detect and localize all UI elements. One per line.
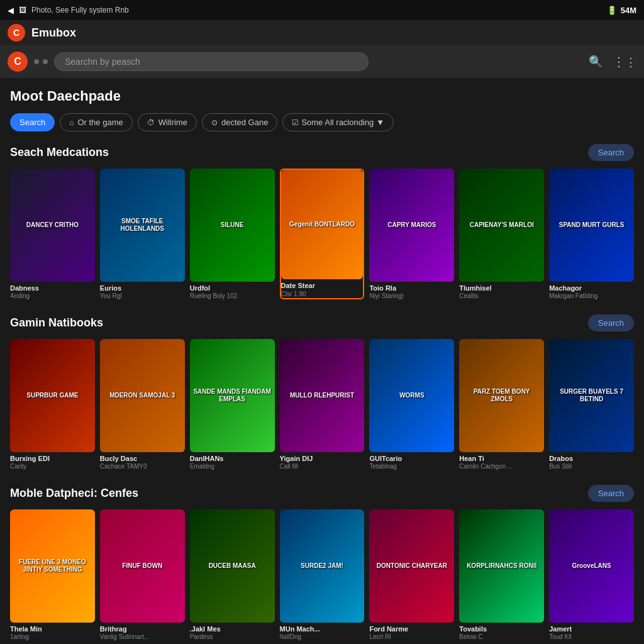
filter-tab-search[interactable]: Search xyxy=(10,113,55,131)
game-title-g21: Jamert xyxy=(549,625,634,633)
section-search-btn-3[interactable]: Search xyxy=(588,485,634,502)
game-title-g17: .Jakl Mes xyxy=(190,625,275,633)
game-title-g11: Yigain DIJ xyxy=(280,455,365,463)
game-art-text-g10: SANDE MANDS FIANDAM EMPLAS xyxy=(190,386,275,406)
section-title-1: Seach Medcations xyxy=(10,146,109,159)
game-subtitle-g3: Rueling Boly 102 xyxy=(190,292,275,299)
game-card-g12[interactable]: WORMSGUlTcarioTetablnag xyxy=(369,339,454,470)
game-title-g8: Burxing EDI xyxy=(10,455,95,463)
game-art-text-g8: SUPRBUR GAME xyxy=(24,389,80,402)
tab-icon: 🖼 xyxy=(19,6,26,14)
game-card-g9[interactable]: MDERON SAMOJAL 3Bucly DascCachace TAMY0 xyxy=(100,339,185,470)
game-art-text-g13: PARZ TOEM BONY ZMOLS xyxy=(459,386,544,406)
game-title-g10: DanIHANs xyxy=(190,455,275,463)
game-card-g14[interactable]: SURGER BUAYELS 7 BETINDDrabosBus Still xyxy=(549,339,634,470)
game-title-g14: Drabos xyxy=(549,455,634,463)
game-card-g6[interactable]: CAPIENAY'S MARLOITlumhiselCealtis xyxy=(459,169,544,299)
game-subtitle-g20: Below C xyxy=(459,633,544,640)
game-subtitle-g10: Emaldng xyxy=(190,463,275,470)
game-card-g5[interactable]: CAPRY MARIOSToio RlaNiyi Staring) xyxy=(369,169,454,299)
filter-tab-game[interactable]: ⌂ Or the game xyxy=(60,113,133,131)
game-title-g20: Tovabils xyxy=(459,625,544,633)
game-card-g4[interactable]: Gegenit BONTLARDODate StearClsr 1.90 xyxy=(280,169,365,299)
section-gaming-natbooks: Gamin Natibooks Search SUPRBUR GAMEBurxi… xyxy=(10,314,634,470)
search-placeholder: Searchn by peasch xyxy=(65,57,140,67)
game-subtitle-g18: IIalIDng xyxy=(280,633,365,640)
filter-tab-some-all[interactable]: ☑ Some All raclonding ▼ xyxy=(282,113,394,131)
game-card-g18[interactable]: SURDE2 JAM!MUn Mach...IIalIDng xyxy=(280,509,365,640)
game-art-text-g11: MULLO RLEHPURIST xyxy=(287,389,357,402)
game-card-g21[interactable]: GrooveLANSJamertToud Kll xyxy=(549,509,634,640)
nav-dots xyxy=(34,59,48,64)
game-art-text-g21: GrooveLANS xyxy=(569,560,613,572)
section-mobile-datpheci: Moble Datpheci: Cenfes Search FUERE UNE … xyxy=(10,485,634,640)
filter-tab-willtime-label: Willrime xyxy=(158,118,187,127)
filter-tab-search-label: Search xyxy=(19,118,45,127)
dropdown-arrow-icon: ▼ xyxy=(376,118,384,127)
home-icon: ⌂ xyxy=(69,118,74,127)
section-search-btn-1[interactable]: Search xyxy=(588,144,634,161)
game-subtitle-g7: Makrgao Fatlding xyxy=(549,292,634,299)
time-display: 54M xyxy=(621,6,636,15)
game-subtitle-g9: Cachace TAMY0 xyxy=(100,463,185,470)
filter-tab-willtime[interactable]: ⏱ Willrime xyxy=(138,113,197,131)
nav-dot-1 xyxy=(34,59,39,64)
game-grid-3: FUERE UNE 3 MONEO JINTIY SOMETHINGThela … xyxy=(10,509,634,640)
game-card-g2[interactable]: SMOE TAFILE HOLENLANDSEuriosYou Rgl xyxy=(100,169,185,299)
game-title-g13: Hean Ti xyxy=(459,455,544,463)
back-icon[interactable]: ◀ xyxy=(8,6,14,15)
game-card-g10[interactable]: SANDE MANDS FIANDAM EMPLASDanIHANsEmaldn… xyxy=(190,339,275,470)
game-art-text-g19: DONTONIC CHARYEAR xyxy=(374,560,450,572)
game-card-g15[interactable]: FUERE UNE 3 MONEO JINTIY SOMETHINGThela … xyxy=(10,509,95,640)
game-title-g16: Brithrag xyxy=(100,625,185,633)
game-subtitle-g16: Vanlig Sutinnart... xyxy=(100,633,185,640)
game-card-g3[interactable]: SILUNEUrdfolRueling Boly 102 xyxy=(190,169,275,299)
game-grid-2: SUPRBUR GAMEBurxing EDICarityMDERON SAMO… xyxy=(10,339,634,470)
game-title-g7: Machagor xyxy=(549,284,634,292)
game-subtitle-g6: Cealtis xyxy=(459,292,544,299)
game-card-g8[interactable]: SUPRBUR GAMEBurxing EDICarity xyxy=(10,339,95,470)
app-title-bar: C Emubox xyxy=(0,20,644,45)
game-title-g15: Thela Min xyxy=(10,625,95,633)
game-art-text-g3: SILUNE xyxy=(218,219,247,231)
nav-icons: ⋮ xyxy=(589,54,636,69)
game-subtitle-g2: You Rgl xyxy=(100,292,185,299)
game-title-g3: Urdfol xyxy=(190,284,275,292)
game-card-g13[interactable]: PARZ TOEM BONY ZMOLSHean TiCamlin Cachgo… xyxy=(459,339,544,470)
game-title-g19: Ford Narme xyxy=(369,625,454,633)
game-card-g7[interactable]: SPAND MURT GURLSMachagorMakrgao Fatlding xyxy=(549,169,634,299)
page-title: Moot Daechpade xyxy=(10,88,634,104)
game-card-g1[interactable]: DANCEY CRITHODabnessAnding xyxy=(10,169,95,299)
filter-tabs: Search ⌂ Or the game ⏱ Willrime ⊙ dected… xyxy=(10,113,634,131)
game-art-text-g14: SURGER BUAYELS 7 BETIND xyxy=(549,386,634,406)
game-title-g5: Toio Rla xyxy=(369,284,454,292)
game-art-text-g16: FINUF BOWN xyxy=(119,560,165,572)
game-card-g20[interactable]: KORPLIRNAHCS RONIITovabilsBelow C xyxy=(459,509,544,640)
section-title-2: Gamin Natibooks xyxy=(10,316,103,330)
game-subtitle-g1: Anding xyxy=(10,292,95,299)
game-title-g1: Dabness xyxy=(10,284,95,292)
nav-search-bar[interactable]: Searchn by peasch xyxy=(54,52,369,71)
game-grid-1: DANCEY CRITHODabnessAndingSMOE TAFILE HO… xyxy=(10,169,634,299)
game-art-text-g2: SMOE TAFILE HOLENLANDS xyxy=(100,215,185,235)
game-subtitle-g4: Clsr 1.90 xyxy=(281,291,364,297)
filter-tab-game-label: Or the game xyxy=(77,118,123,127)
game-subtitle-g12: Tetablnag xyxy=(369,463,454,470)
game-card-g19[interactable]: DONTONIC CHARYEARFord NarmeLecrl RI xyxy=(369,509,454,640)
game-card-g17[interactable]: DUCEB MAASA.Jakl MesPardess xyxy=(190,509,275,640)
game-title-g2: Eurios xyxy=(100,284,185,292)
section-header-1: Seach Medcations Search xyxy=(10,144,634,161)
section-search-btn-2[interactable]: Search xyxy=(588,314,634,331)
game-card-g16[interactable]: FINUF BOWNBrithragVanlig Sutinnart... xyxy=(100,509,185,640)
search-icon[interactable] xyxy=(589,55,602,69)
menu-icon[interactable]: ⋮ xyxy=(613,54,636,69)
nav-bar: C Searchn by peasch ⋮ xyxy=(0,45,644,78)
circle-icon: ⊙ xyxy=(211,118,218,127)
filter-tab-dedicated[interactable]: ⊙ dected Gane xyxy=(202,113,277,131)
game-title-g4: Date Stear xyxy=(281,282,364,290)
game-art-text-g6: CAPIENAY'S MARLOI xyxy=(467,219,536,231)
game-art-text-g1: DANCEY CRITHO xyxy=(24,219,81,231)
game-card-g11[interactable]: MULLO RLEHPURISTYigain DIJCall fill xyxy=(280,339,365,470)
game-subtitle-g15: 1arling xyxy=(10,633,95,640)
nav-logo[interactable]: C xyxy=(8,52,28,72)
